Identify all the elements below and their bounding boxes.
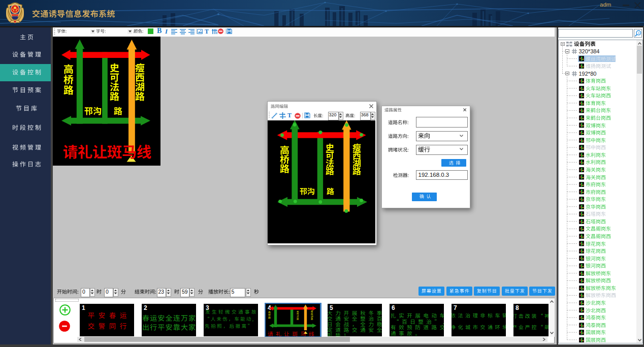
svg-text:3: 3 [637, 31, 639, 35]
